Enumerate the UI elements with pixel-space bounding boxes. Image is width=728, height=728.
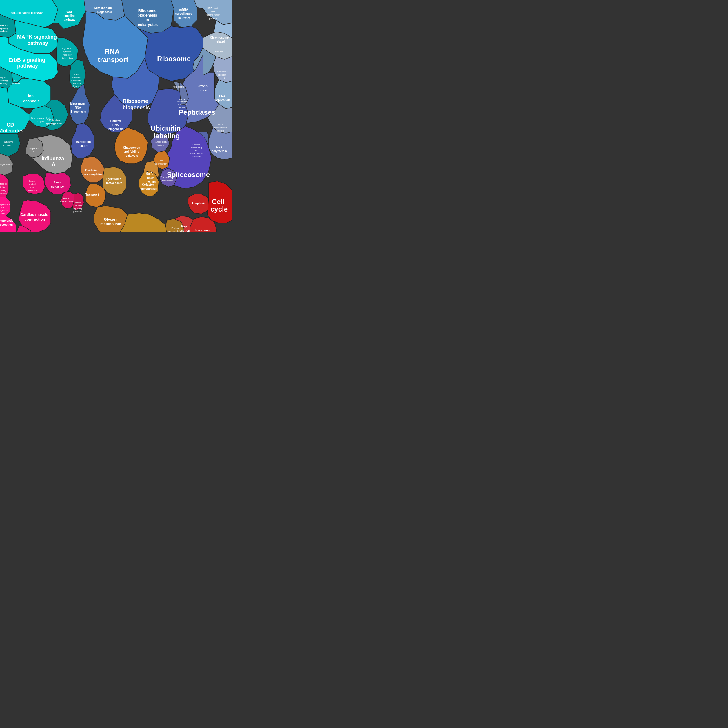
cell-complement[interactable] — [0, 197, 10, 216]
cell-transcription-factors-sm[interactable] — [151, 133, 170, 152]
cell-apoptosis[interactable] — [188, 194, 210, 214]
cell-pathways-cancer[interactable] — [0, 133, 20, 156]
cell-pyrimidine[interactable] — [103, 167, 126, 196]
cell-dna-repair[interactable] — [194, 0, 232, 24]
cell-messenger-rna[interactable] — [70, 84, 90, 125]
cell-chaperones[interactable] — [115, 127, 148, 164]
cell-mrna-surveillance[interactable] — [171, 0, 197, 28]
cell-dorso-ventral[interactable] — [23, 174, 45, 194]
cell-lipid-steroid[interactable] — [120, 213, 168, 232]
cell-legionellosis[interactable] — [0, 154, 13, 175]
cell-nucleotide-excision[interactable] — [213, 57, 232, 83]
cell-wnt[interactable] — [52, 0, 86, 29]
voronoi-map: Rap1 signaling pathway Wnt signaling pat… — [0, 0, 232, 232]
cell-cell-cycle[interactable] — [207, 181, 232, 223]
cell-thyroid[interactable] — [72, 193, 84, 210]
cell-transport[interactable] — [86, 184, 106, 207]
cell-axon-guidance[interactable] — [45, 173, 71, 194]
cell-oxidative[interactable] — [81, 156, 104, 183]
cell-translation-factors[interactable] — [71, 123, 94, 158]
cell-pancreatic[interactable] — [0, 216, 16, 232]
cell-g-protein[interactable] — [29, 106, 54, 127]
cell-cytosolic-dna[interactable] — [0, 174, 9, 197]
